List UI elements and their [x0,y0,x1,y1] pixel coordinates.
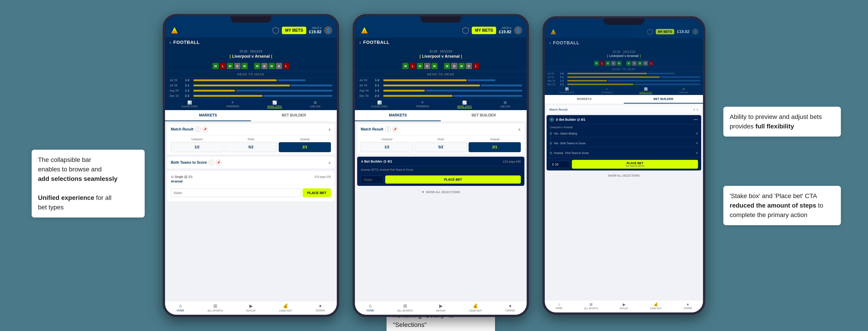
pin-icon2[interactable]: 📌 [393,127,398,132]
callout-bold1: add selections seamlessly [38,175,118,182]
collapse-icon1[interactable]: ∧ [328,127,331,131]
balance-amount3: £19.82 [677,29,689,34]
nav-casino3[interactable]: ♠CASINO [684,302,692,310]
nav-home3[interactable]: ⌂HOME [556,302,562,310]
balance-amount1: £19.82 [309,30,321,34]
stats-tab-standings2[interactable]: ≡STANDINGS [416,100,429,108]
standings-icon: ≡ [231,100,234,104]
stats-tab-lineups2[interactable]: ⊞LINE UPS [500,100,510,108]
bb-stake-input3[interactable] [550,161,570,168]
bet-builder-tab1[interactable]: BET BUILDER [251,110,337,121]
scene: The collapsible barenables to browse and… [0,0,868,331]
match-time1: 20:30 · 26/12/24 [167,50,335,53]
bb-place-btn3[interactable]: PLACE BET Est. Returns £90.00 [572,160,698,169]
notch3 [603,19,644,25]
stake-input1[interactable] [171,188,301,197]
stats-tab-player3[interactable]: 📊PLAYER STATS [559,87,574,94]
back-chevron1[interactable]: ‹ [169,40,171,45]
info-icon1[interactable]: i [195,127,201,132]
nav-sports1[interactable]: ⊞ ALL SPORTS [208,303,223,312]
nav-casino2[interactable]: ♠CASINO [505,303,515,312]
market-header-result2: Match Result i 📌 ∧ [357,123,524,136]
phone3-container: Ability to preview and adjust bets provi… [542,16,705,315]
stats-tab-lineups[interactable]: ⊞ LINE UPS [310,100,320,108]
stats-tab-player2[interactable]: 📊PLAYER STATS [371,100,388,108]
match-info2: 20:30 · 26/12/24 | Liverpool v Arsenal | [355,47,527,61]
nav-sports2[interactable]: ⊞ALL SPORTS [398,303,413,312]
form-row1: W L W D W W D W D L [165,61,337,71]
nav-back2: ‹ FOOTBALL [355,37,527,47]
stats-tab-standings3[interactable]: ≡STANDINGS [601,87,613,94]
stats-tab-more2[interactable]: 📈MORE STATS [457,100,472,108]
nav-inplay1[interactable]: ▶ IN-PLAY [246,303,256,312]
close-selection-3[interactable]: × [696,151,698,155]
h2h-row1: Jul '24 1-0 [165,78,337,83]
odds-liv2[interactable]: 1/2 [361,142,413,152]
nav-inplay3[interactable]: ▶IN-PLAY [620,302,628,310]
place-bet-btn1[interactable]: PLACE BET [303,188,331,197]
avatar1[interactable]: 👤 [324,26,332,34]
h2h-row2: Jul '24 2-1 [165,83,337,88]
nav-inplay2[interactable]: ▶IN-PLAY [436,303,446,312]
info-icon-btts1[interactable]: i [209,160,214,165]
show-all-row3[interactable]: SHOW ALL SELECTIONS [547,172,701,179]
collapse-icon3[interactable]: ∨ ∧ [693,108,699,111]
bb-title3: ⊙ Bet Builder @ 8/1 [556,118,585,121]
odds-btn-draw1[interactable]: 5/2 [225,142,277,152]
nav-cashout1[interactable]: 💰 CASH OUT [279,303,292,312]
phone3: MY BETS £19.82 👤 ‹ FOOTBALL 20:30 · 26/1… [542,16,705,315]
phone2-container: Enhancing inclusivity by Renaming "Betsl… [352,14,529,317]
stats-tab-player[interactable]: 📊 PLAYER STATS [182,100,198,108]
stats-tab-more3[interactable]: 📈MORE STATS [639,87,652,94]
collapse-icon2[interactable]: ∧ [518,127,521,131]
info-icon2[interactable]: i [385,127,391,132]
h2h-row3: Aug '24 1-2 [165,88,337,93]
odds-draw2[interactable]: 5/2 [415,142,467,152]
logo-icon3 [549,28,557,36]
nav-home1[interactable]: ⌂ HOME [177,303,184,312]
odds-btn-liverpool1[interactable]: 1/2 [171,142,223,152]
dot-icon3 [693,117,698,122]
show-all-row2[interactable]: ▼ SHOW ALL SELECTIONS [357,188,524,196]
my-bets-button3[interactable]: MY BETS [656,29,674,34]
inplay-icon1: ▶ [249,303,253,309]
markets-tab2[interactable]: MARKETS [355,110,441,121]
bet-builder-tab2[interactable]: BET BUILDER [441,110,527,121]
back-chevron2[interactable]: ‹ [360,40,361,45]
collapse-btts1[interactable]: ∧ [328,160,331,165]
nav-cashout3[interactable]: 💰CASH OUT [650,302,662,310]
stats-tab-more[interactable]: 📈 MORE STATS [268,100,282,108]
shield-icon3 [647,29,653,35]
logo-icon2 [360,25,369,35]
pin-icon1[interactable]: 📌 [203,127,208,132]
close-selection-1[interactable]: × [696,131,698,136]
nav-home-label1: HOME [177,309,184,312]
my-bets-button[interactable]: MY BETS [282,27,306,34]
builder-stake-input2[interactable] [361,176,383,184]
label-draw2: Draw [415,138,467,141]
markets-tab1[interactable]: MARKETS [165,110,251,121]
bet-builder-tab3[interactable]: BET BUILDER [624,95,703,103]
odds-btn-arsenal1[interactable]: 2/1 [279,142,331,152]
nav-title3: FOOTBALL [553,40,580,46]
my-bets-button2[interactable]: MY BETS [472,27,496,34]
avatar3[interactable]: 👤 [692,29,699,35]
selection-item-1: Yes · Match Betting × [550,130,698,137]
pin-icon-btts1[interactable]: 📌 [216,160,221,165]
nav-home2[interactable]: ⌂HOME [367,303,374,312]
match-result-section1: Match Result i 📌 ∧ Liverpool 1/2 [167,123,335,154]
nav-casino1[interactable]: ♠ CASINO [315,303,325,312]
selection-text-1: Yes · Match Betting [554,132,577,135]
stats-tab-lineups3[interactable]: ⊞LINE UPS [679,87,688,94]
nav-sports3[interactable]: ⊞ALL SPORTS [584,302,598,310]
markets-tab3[interactable]: MARKETS [545,95,624,103]
builder-place-btn2[interactable]: PLACE BET [385,176,521,184]
nav-cashout2[interactable]: 💰CASH OUT [469,303,482,312]
odds-ars2[interactable]: 2/1 [469,142,521,152]
avatar2[interactable]: 👤 [514,26,522,34]
stats-tab-standings[interactable]: ≡ STANDINGS [226,100,239,108]
close-selection-2[interactable]: × [696,141,698,145]
bet-builder-desc2: Arsenal, BTTS, Arsenal First Team to Sco… [357,167,524,173]
back-chevron3[interactable]: ‹ [549,40,551,46]
form-d1: D [234,63,241,69]
